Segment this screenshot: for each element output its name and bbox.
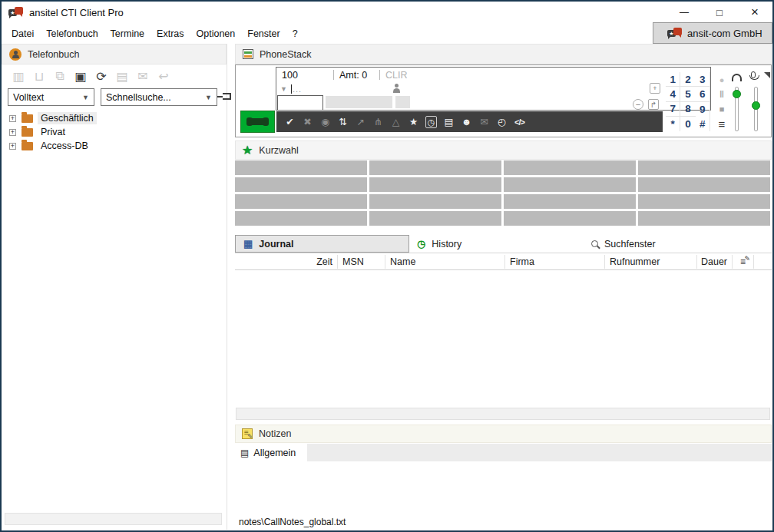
dial-input[interactable]: ... — [293, 84, 302, 94]
tab-suchfenster[interactable]: Suchfenster — [584, 235, 758, 253]
column-firma[interactable]: Firma — [505, 255, 605, 269]
journal-hscrollbar[interactable] — [236, 408, 770, 420]
tree-item-access-db[interactable]: + Access-DB — [9, 139, 223, 153]
kurzwahl-cell[interactable] — [369, 160, 501, 175]
kurzwahl-cell[interactable] — [638, 194, 770, 209]
consult-icon[interactable]: ⋔ — [372, 116, 384, 127]
delete-icon[interactable]: ⊔ — [31, 69, 47, 84]
copy-icon[interactable]: ⧉ — [52, 69, 68, 83]
column-msn[interactable]: MSN — [338, 255, 385, 269]
kurzwahl-cell[interactable] — [504, 177, 636, 192]
microphone-volume-slider[interactable] — [754, 87, 758, 131]
pause-icon[interactable]: ‖ — [715, 87, 729, 101]
kurzwahl-cell[interactable] — [638, 177, 770, 192]
menu-hilfe[interactable]: ? — [286, 25, 304, 42]
key-8[interactable]: 8 — [680, 102, 695, 117]
column-zeit[interactable]: Zeit — [235, 255, 338, 269]
slider-knob[interactable] — [752, 101, 760, 110]
code-icon[interactable]: </> — [514, 117, 525, 127]
key-4[interactable]: 4 — [666, 87, 680, 101]
menu-datei[interactable]: Datei — [5, 25, 40, 42]
menu-telefonbuch[interactable]: Telefonbuch — [40, 25, 104, 42]
menu-termine[interactable]: Termine — [104, 25, 150, 42]
conference-icon[interactable]: △ — [390, 116, 402, 127]
kurzwahl-cell[interactable] — [504, 194, 636, 209]
menu-icon[interactable]: ≡ — [715, 117, 729, 131]
add-line-button[interactable]: + — [650, 83, 660, 94]
tab-history[interactable]: ◷ History — [409, 235, 584, 253]
hold-icon[interactable]: ⇅ — [337, 116, 349, 127]
dial-input-row[interactable]: ▼ ... — [276, 82, 710, 95]
expand-icon[interactable]: + — [9, 129, 16, 136]
redirect-button[interactable]: ↱ — [648, 99, 659, 110]
search-mode-select[interactable]: Volltext ▼ — [8, 88, 94, 106]
expand-icon[interactable]: + — [9, 115, 16, 122]
expand-icon[interactable]: + — [9, 143, 16, 150]
redial-icon[interactable]: ◷ — [425, 116, 437, 128]
pin-icon[interactable] — [223, 93, 231, 100]
chevron-down-icon[interactable]: ▼ — [280, 85, 291, 93]
tab-allgemein[interactable]: ▤ Allgemein — [235, 444, 307, 461]
kurzwahl-cell[interactable] — [369, 177, 501, 192]
record-toggle-icon[interactable]: ◉ — [319, 116, 331, 127]
close-button[interactable]: × — [737, 2, 772, 23]
key-2[interactable]: 2 — [680, 72, 695, 87]
tree-item-privat[interactable]: + Privat — [9, 125, 223, 139]
contact-card-icon[interactable]: ▤ — [114, 69, 130, 84]
kurzwahl-cell[interactable] — [235, 194, 367, 209]
key-7[interactable]: 7 — [666, 102, 680, 117]
column-name[interactable]: Name — [385, 255, 505, 269]
add-contact-icon[interactable]: ▥ — [11, 69, 26, 84]
kurzwahl-cell[interactable] — [369, 194, 501, 209]
tree-item-geschaeftlich[interactable]: + Geschäftlich — [9, 111, 223, 125]
kurzwahl-cell[interactable] — [638, 160, 770, 175]
kurzwahl-cell[interactable] — [235, 211, 367, 226]
transfer-icon[interactable]: ↗ — [355, 116, 366, 127]
contact-icon[interactable]: ☻ — [461, 117, 472, 127]
column-rufnummer[interactable]: Rufnummer — [605, 255, 697, 269]
brand-button[interactable]: ★ ansit-com GmbH — [653, 22, 772, 44]
key-1[interactable]: 1 — [666, 72, 680, 87]
key-hash[interactable]: # — [696, 117, 710, 131]
key-star[interactable]: * — [666, 117, 680, 131]
call-slot-inactive[interactable] — [326, 96, 392, 108]
column-dauer[interactable]: Dauer — [697, 255, 733, 269]
menu-extras[interactable]: Extras — [150, 25, 190, 42]
key-6[interactable]: 6 — [696, 87, 710, 101]
headset-volume-slider[interactable] — [735, 87, 739, 131]
minimize-button[interactable]: — — [666, 2, 702, 23]
kurzwahl-cell[interactable] — [235, 177, 367, 192]
menu-optionen[interactable]: Optionen — [190, 25, 242, 42]
mail-icon[interactable]: ✉ — [478, 116, 490, 127]
refresh-icon[interactable]: ⟳ — [94, 69, 109, 84]
add-contact-icon[interactable]: ▤ — [443, 116, 455, 127]
maximize-button[interactable]: □ — [702, 2, 737, 23]
quick-search-select[interactable]: Schnellsuche... ▼ — [101, 88, 217, 106]
mail-icon[interactable]: ✉ — [135, 69, 150, 84]
slider-knob[interactable] — [733, 90, 741, 98]
kurzwahl-cell[interactable] — [504, 211, 636, 226]
call-slot-inactive[interactable] — [395, 96, 410, 108]
menu-fenster[interactable]: Fenster — [241, 25, 286, 42]
key-3[interactable]: 3 — [696, 72, 710, 87]
paste-icon[interactable]: ▣ — [73, 69, 88, 84]
confirm-icon[interactable]: ✔ — [284, 116, 296, 127]
history-icon[interactable]: ◴ — [496, 116, 508, 127]
key-5[interactable]: 5 — [680, 87, 695, 101]
key-9[interactable]: 9 — [696, 102, 710, 117]
cancel-icon[interactable]: ✖ — [302, 116, 313, 127]
kurzwahl-cell[interactable] — [638, 211, 770, 226]
stop-icon[interactable]: ■ — [715, 102, 729, 117]
remove-line-button[interactable]: − — [633, 99, 643, 110]
notes-column-icon[interactable]: ≡✎ — [733, 255, 754, 269]
key-0[interactable]: 0 — [680, 117, 695, 131]
kurzwahl-cell[interactable] — [504, 160, 636, 175]
kurzwahl-cell[interactable] — [369, 211, 501, 226]
speed-dial-icon[interactable]: ★ — [408, 116, 419, 127]
call-slot-active[interactable] — [277, 95, 323, 110]
tab-journal[interactable]: ▦ Journal — [235, 235, 409, 253]
export-icon[interactable]: ↩ — [156, 69, 171, 84]
call-button[interactable] — [240, 111, 275, 133]
record-icon[interactable]: ● — [715, 72, 729, 87]
kurzwahl-cell[interactable] — [235, 160, 367, 175]
